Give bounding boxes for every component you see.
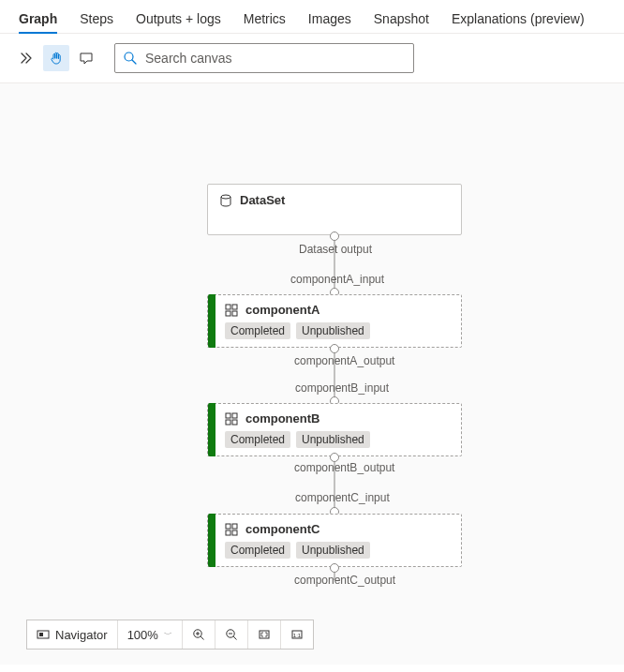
graph-canvas[interactable]: DataSet Dataset output componentA_input … xyxy=(0,83,624,665)
status-badge: Completed xyxy=(225,431,290,448)
svg-rect-28 xyxy=(260,631,269,638)
search-icon xyxy=(123,51,138,66)
svg-rect-12 xyxy=(232,413,237,418)
port-label-componentb-input: componentB_input xyxy=(295,381,389,395)
component-icon xyxy=(225,523,238,536)
svg-rect-13 xyxy=(226,420,230,425)
svg-rect-11 xyxy=(226,413,230,418)
search-canvas-input[interactable] xyxy=(145,51,406,66)
chevron-double-right-icon xyxy=(19,51,34,66)
tab-steps[interactable]: Steps xyxy=(80,4,113,34)
svg-rect-17 xyxy=(226,530,230,535)
dataset-icon xyxy=(219,194,232,207)
port-componentc-output[interactable] xyxy=(330,563,339,573)
comment-tool-button[interactable] xyxy=(73,45,99,71)
status-stripe-icon xyxy=(208,514,215,567)
svg-point-6 xyxy=(221,195,230,199)
publish-badge: Unpublished xyxy=(296,431,370,448)
node-componentb-title: componentB xyxy=(245,411,319,426)
svg-line-26 xyxy=(233,636,236,639)
canvas-toolbar xyxy=(0,34,624,83)
component-icon xyxy=(225,412,238,426)
hand-icon xyxy=(49,51,64,66)
svg-rect-9 xyxy=(226,311,230,316)
expand-panel-button[interactable] xyxy=(13,45,39,71)
port-label-componentb-output: componentB_output xyxy=(294,461,394,474)
status-badge: Completed xyxy=(225,542,290,559)
actual-size-button[interactable]: 1:1 xyxy=(281,620,313,649)
tab-bar: Graph Steps Outputs + logs Metrics Image… xyxy=(0,0,624,34)
tab-snapshot[interactable]: Snapshot xyxy=(374,4,429,34)
svg-rect-8 xyxy=(232,305,237,309)
port-dataset-output[interactable] xyxy=(330,231,339,241)
navigator-toggle-button[interactable]: Navigator xyxy=(27,620,118,649)
fit-screen-icon xyxy=(258,628,271,641)
tab-images[interactable]: Images xyxy=(308,4,351,34)
node-componentc-title: componentC xyxy=(245,522,319,536)
chevron-down-icon: ﹀ xyxy=(164,629,172,641)
zoom-level-dropdown[interactable]: 100% ﹀ xyxy=(118,620,183,649)
status-stripe-icon xyxy=(208,294,215,348)
port-componenta-output[interactable] xyxy=(330,344,339,353)
svg-rect-14 xyxy=(232,420,237,425)
component-icon xyxy=(225,304,238,317)
publish-badge: Unpublished xyxy=(296,322,370,339)
port-label-componentc-input: componentC_input xyxy=(295,491,390,504)
node-componenta[interactable]: componentA Completed Unpublished xyxy=(207,294,462,348)
status-badge: Completed xyxy=(225,322,290,339)
search-canvas-field[interactable] xyxy=(114,43,414,73)
port-label-componentc-output: componentC_output xyxy=(294,574,395,587)
node-dataset-title: DataSet xyxy=(240,193,285,207)
port-label-componenta-input: componentA_input xyxy=(290,273,384,286)
zoom-out-icon xyxy=(225,628,238,641)
one-to-one-icon: 1:1 xyxy=(290,628,304,641)
node-componentb[interactable]: componentB Completed Unpublished xyxy=(207,403,462,456)
tab-outputs-logs[interactable]: Outputs + logs xyxy=(136,4,221,34)
svg-line-22 xyxy=(201,636,203,639)
tab-metrics[interactable]: Metrics xyxy=(244,4,286,34)
fit-to-screen-button[interactable] xyxy=(248,620,281,649)
comment-icon xyxy=(79,51,94,66)
zoom-value: 100% xyxy=(127,628,158,642)
svg-text:1:1: 1:1 xyxy=(293,633,302,638)
svg-rect-18 xyxy=(232,530,237,535)
svg-rect-16 xyxy=(232,524,237,529)
navigator-icon xyxy=(37,628,50,641)
svg-rect-20 xyxy=(39,633,43,636)
status-stripe-icon xyxy=(208,403,215,456)
navigator-label: Navigator xyxy=(55,628,108,642)
node-dataset[interactable]: DataSet xyxy=(207,184,462,235)
svg-rect-10 xyxy=(232,311,237,316)
svg-line-1 xyxy=(132,60,136,64)
zoom-out-button[interactable] xyxy=(215,620,248,649)
node-componenta-title: componentA xyxy=(245,303,319,317)
port-label-dataset-output: Dataset output xyxy=(299,243,372,256)
zoom-in-icon xyxy=(192,628,205,641)
node-componentc[interactable]: componentC Completed Unpublished xyxy=(207,514,462,567)
navigator-bar: Navigator 100% ﹀ 1:1 xyxy=(26,620,314,650)
port-label-componenta-output: componentA_output xyxy=(294,354,394,367)
tab-graph[interactable]: Graph xyxy=(19,4,57,34)
pan-tool-button[interactable] xyxy=(43,45,69,71)
svg-rect-7 xyxy=(226,305,230,309)
svg-rect-15 xyxy=(226,524,230,529)
tab-explanations[interactable]: Explanations (preview) xyxy=(452,4,585,34)
zoom-in-button[interactable] xyxy=(183,620,215,649)
publish-badge: Unpublished xyxy=(296,542,370,559)
